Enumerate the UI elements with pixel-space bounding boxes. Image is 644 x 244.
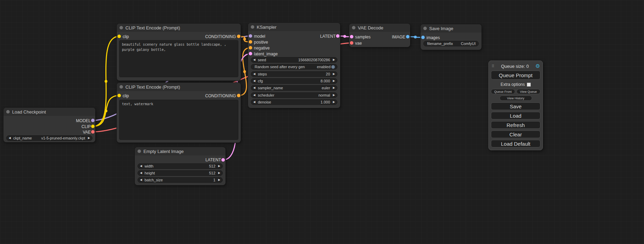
collapse-dot-icon[interactable] [352, 26, 355, 29]
increment-arrow-icon[interactable]: ▶ [333, 73, 335, 75]
input-dot-model[interactable] [249, 34, 252, 38]
decrement-arrow-icon[interactable]: ◀ [253, 58, 255, 61]
input-dot-images[interactable] [421, 36, 425, 39]
increment-arrow-icon[interactable]: ▶ [333, 94, 335, 97]
increment-arrow-icon[interactable]: ▶ [333, 101, 335, 103]
decrement-arrow-icon[interactable]: ◀ [253, 80, 255, 82]
view-queue-button[interactable]: View Queue [517, 89, 541, 94]
widget-scheduler[interactable]: ◀ scheduler normal ▶ [251, 92, 337, 98]
input-dot-vae[interactable] [350, 41, 353, 45]
input-dot-latent-image[interactable] [249, 52, 252, 55]
collapse-dot-icon[interactable] [120, 85, 123, 89]
collapse-dot-icon[interactable] [6, 110, 10, 114]
output-label-vae: VAE [83, 130, 91, 135]
widget-label: cfg [258, 79, 263, 83]
widget-width[interactable]: ◀ width 512 ▶ [138, 163, 223, 169]
decrement-arrow-icon[interactable]: ◀ [253, 101, 255, 103]
widget-label: sampler_name [258, 86, 283, 90]
collapse-dot-icon[interactable] [138, 150, 141, 153]
prompt-textarea[interactable]: beautiful scenery nature glass bottle la… [119, 40, 238, 77]
input-dot-negative[interactable] [249, 46, 252, 49]
widget-value: ComfyUI [461, 42, 476, 46]
node-graph-canvas[interactable]: Load Checkpoint MODEL CLIP VAE ◀ ckpt_na… [0, 0, 644, 244]
increment-arrow-icon[interactable]: ▶ [88, 137, 90, 139]
node-title-bar[interactable]: Save Image [421, 24, 482, 33]
decrement-arrow-icon[interactable]: ◀ [253, 94, 255, 97]
output-dot-model[interactable] [91, 119, 95, 122]
increment-arrow-icon[interactable]: ▶ [218, 172, 220, 174]
drag-handle-icon[interactable]: ⠿ [492, 64, 494, 69]
widget-steps[interactable]: ◀ steps 20 ▶ [251, 71, 337, 77]
increment-arrow-icon[interactable]: ▶ [218, 179, 220, 181]
output-dot-conditioning[interactable] [237, 35, 240, 38]
output-dot-latent[interactable] [336, 34, 339, 38]
load-default-button[interactable]: Load Default [491, 140, 540, 147]
decrement-arrow-icon[interactable]: ◀ [140, 165, 142, 168]
widget-cfg[interactable]: ◀ cfg 8.000 ▶ [251, 78, 337, 84]
prompt-textarea[interactable]: text, watermark [119, 100, 238, 140]
load-button[interactable]: Load [491, 112, 540, 119]
widget-ckpt-name[interactable]: ◀ ckpt_name v1-5-pruned-emaonly.ckpt ▶ [6, 135, 92, 141]
node-title-bar[interactable]: CLIP Text Encode (Prompt) [117, 24, 241, 32]
increment-arrow-icon[interactable]: ▶ [333, 80, 335, 82]
collapse-dot-icon[interactable] [423, 27, 427, 30]
widget-filename-prefix[interactable]: filename_prefix ComfyUI [423, 41, 479, 46]
output-dot-latent[interactable] [221, 158, 225, 162]
view-history-button[interactable]: View History [500, 96, 532, 101]
queue-front-button[interactable]: Queue Front [491, 89, 515, 94]
node-title: KSampler [257, 25, 276, 30]
node-title-bar[interactable]: VAE Decode [349, 24, 410, 32]
output-dot-clip[interactable] [91, 125, 95, 128]
widget-sampler-name[interactable]: ◀ sampler_name euler ▶ [251, 85, 337, 91]
node-title-bar[interactable]: CLIP Text Encode (Prompt) [117, 83, 241, 91]
node-title: Empty Latent Image [143, 149, 184, 154]
input-dot-clip[interactable] [117, 94, 121, 97]
widget-value: 8.000 [320, 79, 330, 83]
decrement-arrow-icon[interactable]: ◀ [253, 73, 255, 75]
save-button[interactable]: Save [491, 102, 540, 110]
node-empty-latent-image[interactable]: Empty Latent Image LATENT ◀ width 512 ▶ … [135, 147, 226, 185]
widget-height[interactable]: ◀ height 512 ▶ [138, 170, 223, 176]
toggle-indicator-icon[interactable] [331, 65, 335, 69]
node-save-image[interactable]: Save Image images filename_prefix ComfyU… [421, 24, 482, 50]
collapse-dot-icon[interactable] [251, 25, 254, 29]
output-label-latent: LATENT [320, 34, 336, 39]
decrement-arrow-icon[interactable]: ◀ [253, 87, 255, 89]
refresh-button[interactable]: Refresh [491, 121, 540, 129]
output-dot-conditioning[interactable] [237, 94, 240, 97]
widget-random-seed-toggle[interactable]: Random seed after every gen enabled [251, 64, 337, 70]
increment-arrow-icon[interactable]: ▶ [333, 58, 335, 61]
increment-arrow-icon[interactable]: ▶ [218, 165, 220, 168]
widget-value: 1.000 [320, 100, 330, 104]
widget-label: ckpt_name [13, 136, 32, 140]
decrement-arrow-icon[interactable]: ◀ [9, 137, 11, 139]
node-clip-text-encode-positive[interactable]: CLIP Text Encode (Prompt) clip CONDITION… [117, 24, 241, 81]
output-dot-vae[interactable] [91, 130, 95, 134]
node-clip-text-encode-negative[interactable]: CLIP Text Encode (Prompt) clip CONDITION… [117, 83, 241, 143]
node-title-bar[interactable]: Load Checkpoint [3, 108, 95, 116]
decrement-arrow-icon[interactable]: ◀ [140, 172, 142, 174]
queue-prompt-button[interactable]: Queue Prompt [491, 71, 540, 80]
clear-button[interactable]: Clear [491, 130, 540, 138]
input-dot-clip[interactable] [117, 35, 121, 38]
node-title-bar[interactable]: KSampler [248, 23, 340, 31]
widget-label: steps [258, 72, 267, 76]
node-vae-decode[interactable]: VAE Decode samples vae IMAGE [349, 24, 410, 47]
widget-batch-size[interactable]: ◀ batch_size 1 ▶ [138, 177, 223, 183]
increment-arrow-icon[interactable]: ▶ [333, 87, 335, 89]
input-dot-samples[interactable] [350, 35, 353, 38]
output-dot-image[interactable] [406, 35, 409, 38]
node-ksampler[interactable]: KSampler model positive negative latent_… [248, 23, 340, 108]
widget-seed[interactable]: ◀ seed 156680208700286 ▶ [251, 57, 337, 63]
collapse-dot-icon[interactable] [120, 26, 123, 29]
input-label-vae: vae [355, 41, 362, 46]
node-load-checkpoint[interactable]: Load Checkpoint MODEL CLIP VAE ◀ ckpt_na… [3, 108, 95, 142]
extra-options-checkbox[interactable] [527, 83, 531, 87]
output-label-conditioning: CONDITIONING [205, 93, 236, 98]
widget-denoise[interactable]: ◀ denoise 1.000 ▶ [251, 99, 337, 105]
node-title-bar[interactable]: Empty Latent Image [135, 147, 226, 155]
settings-gear-icon[interactable]: ⚙ [536, 63, 540, 69]
widget-value: enabled [317, 65, 330, 69]
input-dot-positive[interactable] [249, 40, 252, 44]
decrement-arrow-icon[interactable]: ◀ [140, 179, 142, 181]
